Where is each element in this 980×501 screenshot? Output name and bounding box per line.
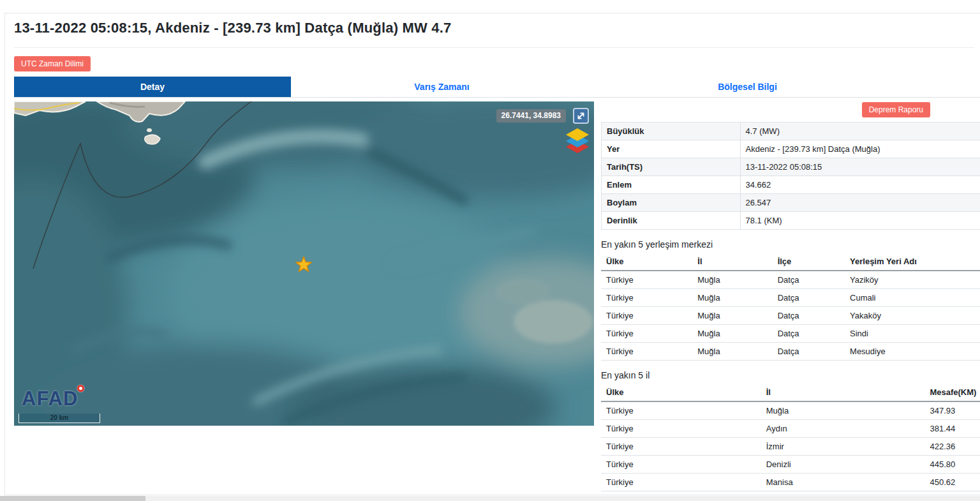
map[interactable]: 26.7441, 34.8983 AFAD 20 km [14,101,594,426]
tabs-underline [14,97,980,98]
cell: Aydın [761,420,925,438]
column-header: İl [761,384,925,401]
cell: 450.62 [924,474,980,491]
settlement-row: Türkiye Muğla Datça Yakaköy [601,307,980,325]
detail-label: Büyüklük [602,123,741,140]
cell: Türkiye [601,401,761,420]
detail-value: 13-11-2022 05:08:15 [740,158,980,176]
horizontal-scrollbar-track [0,496,980,501]
horizontal-scrollbar-thumb[interactable] [0,496,145,501]
detail-value: 34.662 [740,176,980,194]
province-row: Türkiye Aydın 381.44 [601,420,980,438]
earthquake-detail-card: 13-11-2022 05:08:15, Akdeniz - [239.73 k… [4,13,980,495]
cell: Muğla [692,271,772,289]
cell: Manisa [761,474,925,491]
nearest-settlements-table: Ülke İl İlçe Yerleşim Yeri Adı Türkiye M… [601,253,980,361]
cell: Muğla [761,401,925,420]
settlement-row: Türkiye Muğla Datça Cumali [601,289,980,307]
detail-label: Yer [602,140,741,158]
cell: İzmir [761,438,925,456]
cell: Türkiye [601,438,761,456]
table-header-row: Ülke İl İlçe Yerleşim Yeri Adı [601,253,980,271]
cell: Türkiye [601,271,692,289]
column-header: Ülke [601,384,761,401]
cell: Sindi [845,325,980,343]
cell: Datça [773,325,845,343]
afad-logo-text: AFAD [22,387,78,410]
layer-stack-icon [564,127,591,155]
cell: Türkiye [601,289,692,307]
cell: Muğla [692,307,772,325]
cell: Datça [773,271,845,289]
tab-varis-zamani[interactable]: Varış Zamanı [291,77,593,97]
earthquake-report-button[interactable]: Deprem Raporu [862,102,930,117]
column-header: İl [692,253,772,271]
column-header: İlçe [773,253,845,271]
table-header-row: Ülke İl Mesafe(KM) [601,384,980,401]
cursor-coordinates-badge: 26.7441, 34.8983 [496,109,566,123]
province-row: Türkiye Manisa 450.62 [601,474,980,491]
cell: Türkiye [601,307,692,325]
afad-logo: AFAD [22,387,78,410]
table-row: Boylam 26.547 [602,194,980,212]
province-row: Türkiye İzmir 422.36 [601,438,980,456]
table-row: Tarih(TS) 13-11-2022 05:08:15 [602,158,980,176]
cell: Muğla [692,289,772,307]
settlement-row: Türkiye Muğla Datça Mesudiye [601,343,980,361]
layer-switcher-control[interactable] [564,127,591,155]
page-title: 13-11-2022 05:08:15, Akdeniz - [239.73 k… [14,20,452,36]
map-canvas[interactable] [14,101,594,426]
cell: 445.80 [924,456,980,474]
cell: Türkiye [601,474,761,491]
map-scale-bar: 20 km [19,414,100,423]
cell: Türkiye [601,420,761,438]
nearest-provinces-title: En yakın 5 il [601,369,980,382]
table-row: Derinlik 78.1 (KM) [602,212,980,230]
utc-timezone-button[interactable]: UTC Zaman Dilimi [14,56,91,71]
cell: Türkiye [601,456,761,474]
nearest-provinces-table: Ülke İl Mesafe(KM) Türkiye Muğla 347.93 … [601,384,980,491]
cell: Yaziköy [845,271,980,289]
province-row: Türkiye Muğla 347.93 [601,401,980,420]
column-header: Yerleşim Yeri Adı [845,253,980,271]
cell: Mesudiye [845,343,980,361]
tab-bar: Detay Varış Zamanı Bölgesel Bilgi [14,77,902,97]
table-row: Yer Akdeniz - [239.73 km] Datça (Muğla) [602,140,980,158]
diagonal-expand-icon [576,111,586,121]
detail-label: Tarih(TS) [602,158,741,176]
detail-label: Enlem [602,176,741,194]
settlement-row: Türkiye Muğla Datça Sindi [601,325,980,343]
tab-bolgesel-bilgi[interactable]: Bölgesel Bilgi [593,77,902,97]
fullscreen-expand-button[interactable] [573,108,589,124]
table-row: Büyüklük 4.7 (MW) [602,123,980,140]
nearest-settlements-title: En yakın 5 yerleşim merkezi [601,238,980,251]
detail-label: Derinlik [602,212,741,230]
cell: Türkiye [601,325,692,343]
cell: Muğla [692,325,772,343]
event-details-table: Büyüklük 4.7 (MW) Yer Akdeniz - [239.73 … [601,122,980,230]
detail-value: Akdeniz - [239.73 km] Datça (Muğla) [740,140,980,158]
cell: Türkiye [601,343,692,361]
tab-detay[interactable]: Detay [14,77,291,97]
cell: Cumali [845,289,980,307]
settlement-row: Türkiye Muğla Datça Yaziköy [601,271,980,289]
column-header: Ülke [601,253,692,271]
province-row: Türkiye Denizli 445.80 [601,456,980,474]
table-row: Enlem 34.662 [602,176,980,194]
cell: 381.44 [924,420,980,438]
detail-value: 78.1 (KM) [740,212,980,230]
cell: Muğla [692,343,772,361]
title-divider [14,47,974,48]
detail-label: Boylam [602,194,741,212]
cell: Yakaköy [845,307,980,325]
column-header: Mesafe(KM) [924,384,980,401]
detail-value: 4.7 (MW) [740,123,980,140]
cell: 347.93 [924,401,980,420]
detail-value: 26.547 [740,194,980,212]
cell: Denizli [761,456,925,474]
cell: 422.36 [924,438,980,456]
detail-panel: Deprem Raporu Büyüklük 4.7 (MW) Yer Akde… [601,101,980,491]
cell: Datça [773,307,845,325]
cell: Datça [773,289,845,307]
cell: Datça [773,343,845,361]
